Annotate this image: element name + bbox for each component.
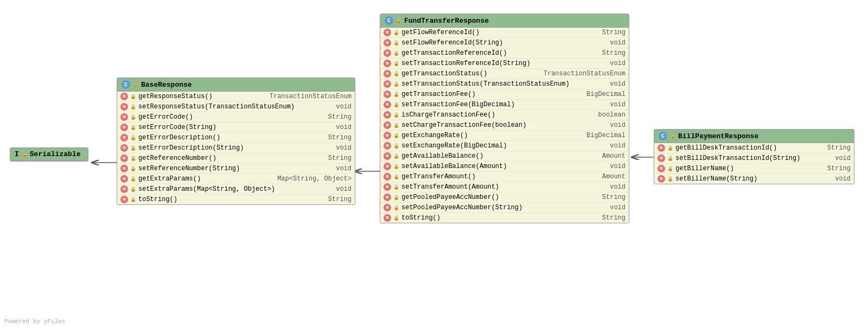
method-badge: m — [120, 103, 128, 111]
method-name: setBillDeskTransactionId(String) — [675, 154, 831, 162]
method-badge: m — [384, 204, 391, 211]
method-badge: m — [384, 163, 391, 170]
method-return: TransactionStatusEnum — [270, 93, 352, 100]
method-return: String — [602, 193, 626, 201]
method-name: getTransactionReferenceId() — [401, 49, 598, 57]
method-row: m 🔒 setChargeTransactionFee(boolean) voi… — [380, 120, 629, 131]
method-badge: m — [658, 175, 665, 183]
method-return: Amount — [602, 173, 626, 180]
method-lock: 🔒 — [393, 112, 399, 118]
method-name: setTransactionFee(BigDecimal) — [401, 101, 605, 108]
bill-payment-name: BillPaymentResponse — [678, 132, 758, 140]
method-lock: 🔒 — [667, 176, 673, 182]
method-lock: 🔒 — [393, 102, 399, 108]
method-return: void — [610, 80, 626, 88]
method-name: getResponseStatus() — [138, 93, 265, 100]
method-lock: 🔒 — [130, 166, 136, 172]
method-lock: 🔒 — [393, 122, 399, 128]
method-row: m 🔒 getErrorCode() String — [117, 112, 355, 122]
method-row: m 🔒 setExchangeRate(BigDecimal) void — [380, 141, 629, 151]
method-return: String — [602, 214, 626, 222]
method-badge: m — [120, 134, 128, 141]
method-row: m 🔒 getBillerName() String — [654, 164, 854, 174]
method-return: String — [328, 134, 352, 141]
method-row: m 🔒 toString() String — [117, 195, 355, 204]
method-return: void — [610, 163, 626, 170]
method-return: void — [610, 142, 626, 150]
method-return: void — [336, 124, 352, 131]
method-lock: 🔒 — [130, 176, 136, 182]
method-lock: 🔒 — [393, 92, 399, 98]
method-return: void — [336, 185, 352, 193]
method-lock: 🔒 — [393, 143, 399, 149]
method-return: void — [610, 60, 626, 67]
lock-icon: 🔒 — [21, 151, 28, 158]
bill-payment-header: C 🔒 BillPaymentResponse — [654, 130, 854, 143]
method-return: BigDecimal — [586, 91, 626, 98]
method-row: m 🔒 setResponseStatus(TransactionStatusE… — [117, 102, 355, 112]
method-name: setChargeTransactionFee(boolean) — [401, 121, 605, 129]
method-lock: 🔒 — [667, 166, 673, 172]
method-name: toString() — [401, 214, 598, 222]
method-return: String — [602, 29, 626, 36]
method-row: m 🔒 setTransactionReferenceId(String) vo… — [380, 59, 629, 69]
method-return: boolean — [598, 111, 626, 119]
method-lock: 🔒 — [130, 197, 136, 203]
method-lock: 🔒 — [130, 156, 136, 162]
method-name: setExchangeRate(BigDecimal) — [401, 142, 605, 150]
base-response-methods: m 🔒 getResponseStatus() TransactionStatu… — [117, 92, 355, 204]
method-name: setPooledPayeeAccNumber(String) — [401, 204, 605, 211]
method-badge: m — [658, 165, 665, 172]
method-row: m 🔒 setTransactionFee(BigDecimal) void — [380, 100, 629, 110]
method-return: Amount — [602, 152, 626, 160]
method-row: m 🔒 toString() String — [380, 213, 629, 223]
method-badge: m — [384, 214, 391, 222]
method-return: void — [610, 121, 626, 129]
method-badge: m — [120, 175, 128, 183]
method-badge: m — [658, 144, 665, 152]
serializable-box: I 🔒 Serializable — [10, 147, 88, 162]
method-badge: m — [384, 101, 391, 108]
method-name: toString() — [138, 196, 324, 203]
method-return: void — [336, 165, 352, 172]
method-lock: 🔒 — [130, 104, 136, 110]
method-badge: m — [120, 113, 128, 121]
method-lock: 🔒 — [130, 135, 136, 141]
method-badge: m — [384, 152, 391, 160]
base-response-box: C 🔒 BaseResponse m 🔒 getResponseStatus()… — [117, 78, 355, 205]
method-name: setTransactionReferenceId(String) — [401, 60, 605, 67]
method-row: m 🔒 getTransferAmount() Amount — [380, 172, 629, 182]
method-row: m 🔒 getFlowReferenceId() String — [380, 28, 629, 38]
method-badge: m — [384, 193, 391, 201]
method-badge: m — [120, 185, 128, 193]
serializable-name: Serializable — [30, 150, 81, 158]
method-row: m 🔒 setReferenceNumber(String) void — [117, 164, 355, 174]
method-lock: 🔒 — [393, 50, 399, 56]
method-lock: 🔒 — [130, 125, 136, 131]
method-name: getErrorCode() — [138, 113, 324, 121]
method-return: void — [336, 103, 352, 111]
method-return: String — [328, 113, 352, 121]
method-name: getBillDeskTransactionId() — [675, 144, 823, 152]
class-badge-c2: C — [385, 16, 393, 25]
method-lock: 🔒 — [667, 145, 673, 151]
method-badge: m — [384, 173, 391, 180]
method-name: getBillerName() — [675, 165, 823, 172]
method-lock: 🔒 — [393, 215, 399, 221]
method-row: m 🔒 getReferenceNumber() String — [117, 153, 355, 164]
method-name: setAvailableBalance(Amount) — [401, 163, 605, 170]
method-lock: 🔒 — [393, 61, 399, 67]
method-badge: m — [120, 93, 128, 100]
diagram-canvas: I 🔒 Serializable C 🔒 BaseResponse m 🔒 ge… — [0, 0, 868, 329]
method-return: void — [835, 154, 851, 162]
method-lock: 🔒 — [393, 40, 399, 46]
method-lock: 🔒 — [667, 156, 673, 162]
fund-transfer-header: C 🔒 FundTransferResponse — [380, 14, 629, 28]
method-name: getErrorDescription() — [138, 134, 324, 141]
method-row: m 🔒 setFlowReferenceId(String) void — [380, 38, 629, 48]
powered-by-label: Powered by yFiles — [4, 318, 65, 325]
method-row: m 🔒 setPooledPayeeAccNumber(String) void — [380, 203, 629, 213]
method-row: m 🔒 setBillerName(String) void — [654, 174, 854, 184]
method-lock: 🔒 — [393, 164, 399, 170]
method-row: m 🔒 getTransactionFee() BigDecimal — [380, 89, 629, 100]
